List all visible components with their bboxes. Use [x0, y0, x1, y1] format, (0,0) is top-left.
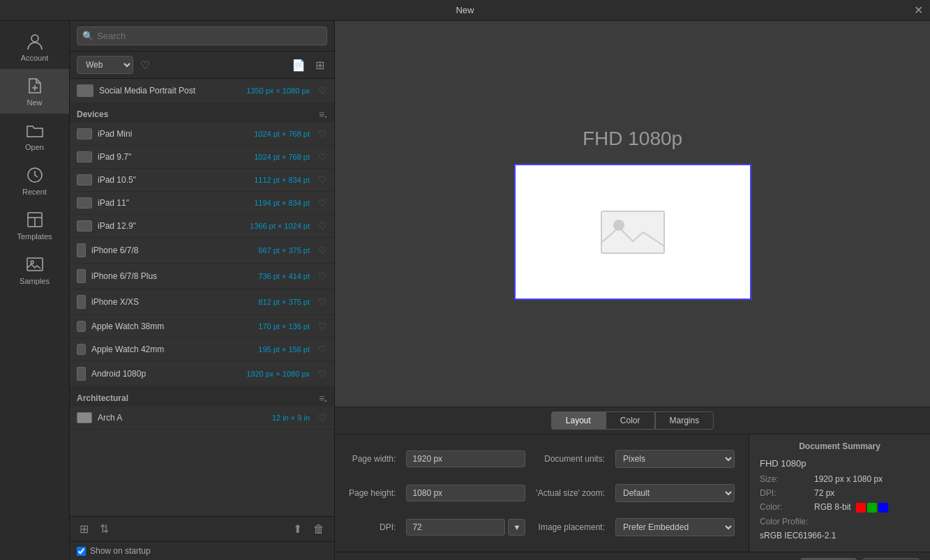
tab-layout[interactable]: Layout [551, 411, 606, 430]
bottom-actions: Create Cancel [335, 552, 930, 560]
sidebar-item-templates[interactable]: Templates [0, 203, 69, 248]
image-placement-select[interactable]: Prefer Embedded Prefer Linked [615, 518, 735, 536]
view-document-button[interactable]: 📄 [289, 57, 308, 73]
template-thumb [77, 197, 92, 209]
template-thumb [77, 367, 86, 381]
doc-summary-profile-row: Color Profile: [760, 517, 920, 527]
list-item[interactable]: iPad 11" 1194 pt × 834 pt ♡ [70, 192, 334, 215]
clock-icon [25, 165, 45, 185]
template-thumb [77, 128, 92, 139]
template-name: iPhone 6/7/8 [91, 245, 253, 255]
tab-margins[interactable]: Margins [655, 411, 714, 430]
page-width-label: Page width: [349, 454, 396, 464]
document-units-select[interactable]: Pixels Inches Centimeters [615, 450, 735, 468]
list-item[interactable]: iPad Mini 1024 pt × 768 pt ♡ [70, 123, 334, 146]
template-icon [25, 210, 45, 229]
tab-color[interactable]: Color [606, 411, 655, 430]
category-filter[interactable]: Web Print Devices All [77, 56, 133, 74]
favorite-icon[interactable]: ♡ [318, 296, 327, 308]
list-item[interactable]: Android 1080p 1920 px × 1080 px ♡ [70, 361, 334, 387]
list-item[interactable]: Apple Watch 38mm 170 pt × 136 pt ♡ [70, 315, 334, 338]
view-grid-button[interactable]: ⊞ [313, 57, 327, 73]
image-placement-label: Image placement: [536, 522, 605, 532]
sidebar-item-samples[interactable]: Samples [0, 248, 69, 292]
search-input[interactable] [77, 27, 327, 45]
close-button[interactable]: ✕ [914, 5, 923, 16]
page-width-input[interactable] [406, 451, 525, 467]
template-thumb [77, 344, 86, 355]
favorite-icon[interactable]: ♡ [318, 220, 327, 232]
template-thumb [77, 84, 93, 97]
folder-icon [25, 121, 45, 140]
dpi-input[interactable] [406, 519, 505, 536]
favorite-icon[interactable]: ♡ [318, 344, 327, 355]
template-size: 1366 pt × 1024 pt [250, 222, 310, 230]
section-menu-icon[interactable]: ≡. [319, 109, 327, 120]
list-item[interactable]: iPad 10.5" 1112 pt × 834 pt ♡ [70, 169, 334, 192]
doc-summary-dpi-key: DPI: [760, 488, 809, 498]
actual-size-zoom-select[interactable]: Default Custom [615, 484, 735, 502]
favorite-icon[interactable]: ♡ [318, 128, 327, 139]
favorite-icon[interactable]: ♡ [318, 151, 327, 162]
favorite-icon[interactable]: ♡ [318, 271, 327, 282]
template-name: iPad 10.5" [98, 175, 248, 185]
dialog-title: New [456, 5, 474, 15]
list-item[interactable]: iPad 9.7" 1024 pt × 768 pt ♡ [70, 146, 334, 169]
sidebar-item-recent[interactable]: Recent [0, 158, 69, 203]
swatch-blue [878, 503, 888, 513]
swatch-green [867, 503, 877, 513]
list-item[interactable]: Arch A 12 in × 9 in ♡ [70, 407, 334, 430]
doc-summary-profile-val: sRGB IEC61966-2.1 [760, 531, 836, 540]
template-panel: 🔍 Web Print Devices All ♡ 📄 ⊞ Social Med… [70, 21, 335, 560]
organize-button[interactable]: ⇅ [97, 521, 112, 537]
sidebar-item-new[interactable]: New [0, 69, 69, 114]
doc-summary-title: Document Summary [760, 441, 920, 451]
show-on-startup-label: Show on startup [90, 546, 151, 556]
template-size: 195 pt × 156 pt [258, 345, 310, 354]
template-size: 1112 pt × 834 pt [254, 176, 310, 184]
favorite-icon[interactable]: ♡ [318, 197, 327, 209]
doc-summary-color-key: Color: [760, 502, 809, 512]
page-height-input[interactable] [406, 485, 525, 501]
content-area: FHD 1080p Layout Color Margins Page [335, 21, 930, 560]
template-name: iPad Mini [98, 129, 248, 139]
template-name: iPad 12.9" [98, 221, 244, 231]
svg-rect-9 [601, 211, 664, 253]
favorites-filter-button[interactable]: ♡ [137, 57, 153, 73]
list-item[interactable]: iPhone 6/7/8 667 pt × 375 pt ♡ [70, 238, 334, 264]
sidebar-item-account[interactable]: Account [0, 24, 69, 69]
dpi-dropdown-button[interactable]: ▼ [508, 519, 525, 536]
delete-button[interactable]: 🗑 [310, 522, 327, 537]
import-button[interactable]: ⬆ [290, 521, 305, 537]
sidebar-item-templates-label: Templates [17, 232, 52, 241]
favorite-icon[interactable]: ♡ [318, 245, 327, 256]
section-header-label: Architectural [77, 393, 128, 403]
section-menu-icon[interactable]: ≡. [319, 393, 327, 404]
template-size: 1920 px × 1080 px [246, 370, 310, 378]
template-thumb [77, 220, 92, 232]
list-item[interactable]: iPad 12.9" 1366 pt × 1024 pt ♡ [70, 215, 334, 238]
image-icon [25, 255, 45, 274]
page-height-label: Page height: [349, 488, 396, 498]
favorite-icon[interactable]: ♡ [318, 412, 327, 423]
template-thumb [77, 174, 92, 186]
title-bar: New ✕ [0, 0, 930, 21]
template-name: Apple Watch 38mm [91, 321, 253, 331]
add-template-button[interactable]: ⊞ [77, 521, 91, 537]
list-item[interactable]: Social Media Portrait Post 1350 px × 108… [70, 79, 334, 103]
template-name: iPhone X/XS [91, 297, 253, 307]
document-summary: Document Summary FHD 1080p Size: 1920 px… [749, 434, 930, 552]
list-item[interactable]: iPhone 6/7/8 Plus 736 pt × 414 pt ♡ [70, 264, 334, 289]
template-thumb [77, 243, 86, 257]
sidebar-item-open[interactable]: Open [0, 114, 69, 158]
list-item[interactable]: iPhone X/XS 812 pt × 375 pt ♡ [70, 289, 334, 315]
template-name: Apple Watch 42mm [91, 345, 253, 354]
template-name: iPhone 6/7/8 Plus [91, 271, 253, 281]
list-item[interactable]: Apple Watch 42mm 195 pt × 156 pt ♡ [70, 338, 334, 361]
favorite-icon[interactable]: ♡ [318, 174, 327, 186]
favorite-icon[interactable]: ♡ [318, 85, 327, 96]
show-on-startup-checkbox[interactable] [77, 547, 86, 556]
favorite-icon[interactable]: ♡ [318, 368, 327, 379]
favorite-icon[interactable]: ♡ [318, 321, 327, 332]
template-list: Social Media Portrait Post 1350 px × 108… [70, 79, 334, 516]
